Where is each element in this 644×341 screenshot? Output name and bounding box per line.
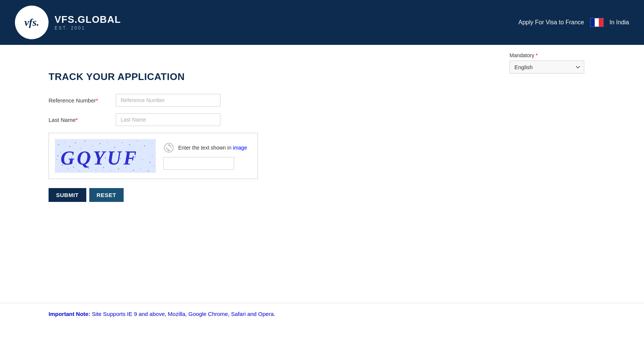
logo-circle: vfs.	[15, 6, 49, 39]
mandatory-required-marker: *	[536, 52, 538, 58]
captcha-highlight: image	[233, 145, 247, 151]
footer-note: Important Note: Site Supports IE 9 and a…	[0, 303, 644, 325]
header-right: Apply For Visa to France In India	[518, 18, 629, 27]
svg-point-8	[92, 145, 93, 146]
svg-point-5	[75, 142, 76, 144]
reference-number-group: Reference Number*	[49, 94, 595, 107]
button-row: SUBMIT RESET	[49, 188, 595, 202]
svg-point-32	[58, 156, 59, 157]
main-content: Mandatory * English French Hindi TRACK Y…	[0, 45, 644, 341]
form-section: TRACK YOUR APPLICATION Reference Number*…	[0, 56, 644, 228]
svg-point-23	[96, 169, 96, 170]
last-name-group: Last Name*	[49, 113, 595, 126]
captcha-input[interactable]	[163, 157, 234, 170]
submit-button[interactable]: SUBMIT	[49, 188, 86, 202]
logo-established: EST. 2001	[55, 25, 121, 31]
site-header: vfs. VFS.GLOBAL EST. 2001 Apply For Visa…	[0, 0, 644, 45]
svg-point-17	[56, 159, 57, 160]
svg-point-12	[122, 142, 123, 143]
svg-point-16	[152, 143, 152, 144]
last-name-required-marker: *	[76, 117, 78, 123]
logo-vfs-text: vfs.	[24, 17, 39, 28]
apply-text: Apply For Visa to France	[518, 19, 584, 26]
flag-red	[599, 18, 603, 27]
svg-point-21	[79, 170, 80, 171]
captcha-right: Enter the text shown in image	[163, 142, 247, 170]
language-select[interactable]: English French Hindi	[510, 61, 584, 74]
svg-text:GQYUF: GQYUF	[61, 147, 139, 169]
svg-point-10	[107, 142, 108, 142]
svg-point-30	[148, 170, 149, 172]
location-text: In India	[610, 19, 629, 26]
mandatory-section: Mandatory * English French Hindi	[510, 52, 584, 74]
svg-point-7	[84, 141, 86, 142]
svg-point-29	[140, 168, 141, 169]
svg-point-15	[144, 145, 145, 147]
reference-number-label: Reference Number*	[49, 97, 108, 104]
svg-point-1	[58, 144, 59, 145]
logo-area: vfs. VFS.GLOBAL EST. 2001	[15, 6, 121, 39]
captcha-instruction-text: Enter the text shown in image	[178, 145, 247, 151]
svg-point-19	[68, 169, 68, 169]
last-name-label: Last Name*	[49, 117, 108, 123]
svg-point-44	[142, 159, 143, 160]
svg-point-31	[154, 166, 154, 166]
captcha-image: GQYUF	[55, 139, 156, 173]
svg-point-14	[137, 141, 137, 141]
svg-point-33	[152, 156, 152, 156]
footer-note-text: Site Supports IE 9 and above, Mozilla, G…	[92, 311, 275, 317]
svg-point-28	[133, 170, 134, 171]
mandatory-text: Mandatory	[510, 52, 534, 58]
flag-white	[595, 18, 599, 27]
svg-point-25	[111, 170, 111, 171]
last-name-label-text: Last Name	[49, 117, 76, 123]
reference-number-input[interactable]	[116, 94, 220, 107]
svg-point-9	[99, 143, 100, 144]
captcha-instruction-row: Enter the text shown in image	[163, 142, 247, 153]
logo-brand-area: VFS.GLOBAL EST. 2001	[55, 14, 121, 31]
reset-button[interactable]: RESET	[89, 188, 124, 202]
reference-number-label-text: Reference Number	[49, 97, 96, 104]
flag-blue	[591, 18, 595, 27]
svg-point-45	[150, 162, 151, 163]
mandatory-label: Mandatory *	[510, 52, 584, 58]
france-flag	[590, 18, 604, 27]
svg-point-13	[129, 144, 130, 145]
reference-required-marker: *	[96, 97, 98, 104]
footer-note-bold: Important Note:	[49, 311, 90, 317]
last-name-input[interactable]	[116, 113, 220, 126]
captcha-container: GQYUF Enter th	[49, 133, 258, 179]
refresh-icon[interactable]	[163, 142, 174, 153]
svg-point-2	[64, 142, 65, 142]
logo-brand-name: VFS.GLOBAL	[55, 14, 121, 25]
svg-point-47	[164, 143, 173, 152]
